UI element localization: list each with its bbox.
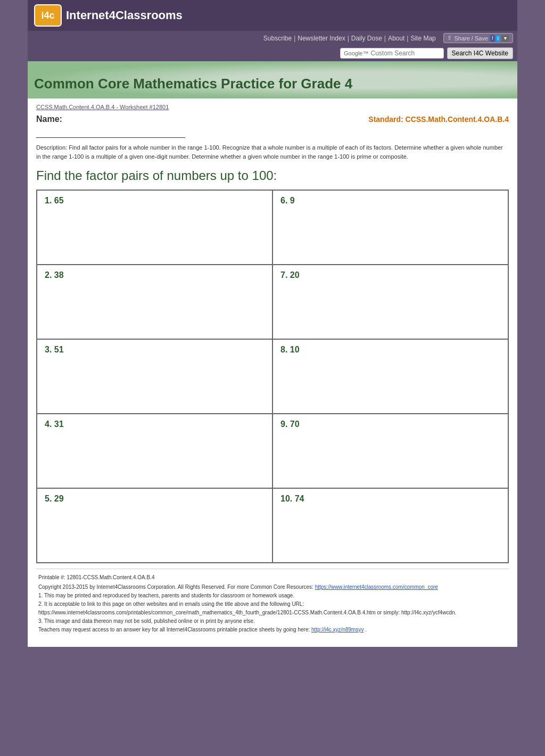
problem-cell: 4. 31 [37, 414, 272, 488]
problem-cell: 8. 10 [272, 339, 508, 414]
footer: Printable #: 12801-CCSS.Math.Content.4.O… [36, 569, 509, 638]
problem-cell: 7. 20 [272, 265, 508, 339]
footer-printable: Printable #: 12801-CCSS.Math.Content.4.O… [38, 573, 507, 582]
nav-sep-4: | [407, 35, 408, 42]
problem-number: 3. 51 [45, 345, 64, 354]
description-text: Description: Find all factor pairs for a… [36, 143, 509, 161]
footer-url: https://www.internet4classrooms.com/prin… [38, 609, 507, 617]
twitter-icon: t [496, 35, 501, 42]
problem-number: 5. 29 [45, 494, 64, 503]
more-share-icon: ▼ [501, 35, 509, 42]
section-heading: Find the factor pairs of numbers up to 1… [36, 168, 509, 183]
footer-copyright: Copyright 2013-2015 by Internet4Classroo… [38, 583, 507, 591]
share-label: Share / Save [454, 35, 488, 42]
footer-note4: Teachers may request access to an answer… [38, 626, 507, 634]
footer-copyright-link[interactable]: https://www.internet4classrooms.com/comm… [315, 584, 438, 590]
worksheet-label-link[interactable]: CCSS.Math.Content.4.OA.B.4 - Worksheet #… [36, 104, 169, 110]
problem-cell: 10. 74 [272, 488, 508, 563]
problem-number: 8. 10 [280, 345, 300, 354]
worksheet-label: CCSS.Math.Content.4.OA.B.4 - Worksheet #… [36, 104, 509, 110]
site-title: Internet4Classrooms [66, 9, 183, 22]
logo-area: i4c Internet4Classrooms [34, 4, 183, 27]
problem-cell: 1. 65 [37, 190, 272, 265]
header: i4c Internet4Classrooms [28, 0, 517, 31]
search-bar: Google™ Search I4C Website [28, 45, 517, 61]
standard-label: Standard: CCSS.Math.Content.4.OA.B.4 [368, 115, 509, 124]
footer-answer-key-link[interactable]: http://i4c.xyz/n89msyv [311, 627, 364, 632]
problem-number: 10. 74 [280, 494, 304, 503]
share-icons: f t ▼ [490, 35, 509, 42]
nav-daily-dose[interactable]: Daily Dose [351, 35, 382, 42]
name-standard-row: Name: Standard: CCSS.Math.Content.4.OA.B… [36, 114, 509, 138]
search-button[interactable]: Search I4C Website [447, 47, 514, 59]
share-save-button[interactable]: ⇧ Share / Save f t ▼ [443, 33, 513, 43]
problems-grid: 1. 656. 92. 387. 203. 518. 104. 319. 705… [36, 190, 509, 563]
nav-sep-1: | [294, 35, 295, 42]
footer-note1: 1. This may be printed and reproduced by… [38, 591, 507, 600]
banner: Common Core Mathematics Practice for Gra… [28, 61, 517, 98]
name-section: Name: [36, 114, 272, 138]
nav-bar: Subscribe | Newsletter Index | Daily Dos… [28, 31, 517, 45]
nav-sep-3: | [384, 35, 386, 42]
problem-cell: 2. 38 [37, 265, 272, 339]
logo-icon: i4c [34, 4, 62, 27]
problem-number: 6. 9 [280, 196, 295, 205]
problem-cell: 5. 29 [37, 488, 272, 563]
banner-title: Common Core Mathematics Practice for Gra… [28, 71, 359, 96]
problem-cell: 3. 51 [37, 339, 272, 414]
facebook-icon: f [490, 35, 495, 42]
share-icon: ⇧ [447, 35, 452, 42]
problem-number: 2. 38 [45, 270, 64, 280]
nav-sep-2: | [348, 35, 349, 42]
nav-site-map[interactable]: Site Map [410, 35, 435, 42]
search-input[interactable] [371, 50, 440, 57]
problem-number: 1. 65 [45, 196, 64, 205]
nav-subscribe[interactable]: Subscribe [263, 35, 292, 42]
content-area: CCSS.Math.Content.4.OA.B.4 - Worksheet #… [28, 98, 517, 647]
nav-sep-5 [438, 35, 442, 42]
name-underline [36, 127, 185, 138]
name-label: Name: [36, 114, 272, 124]
problem-cell: 9. 70 [272, 414, 508, 488]
footer-note3: 3. This image and data thereon may not b… [38, 617, 507, 626]
footer-note2: 2. It is acceptable to link to this page… [38, 600, 507, 609]
standard-section: Standard: CCSS.Math.Content.4.OA.B.4 [272, 114, 509, 124]
search-input-wrapper: Google™ [340, 48, 443, 59]
nav-newsletter-index[interactable]: Newsletter Index [298, 35, 345, 42]
problem-number: 4. 31 [45, 420, 64, 429]
nav-about[interactable]: About [388, 35, 404, 42]
problem-number: 9. 70 [280, 420, 300, 429]
google-label: Google™ [344, 50, 368, 56]
problem-cell: 6. 9 [272, 190, 508, 265]
problem-number: 7. 20 [280, 270, 300, 280]
